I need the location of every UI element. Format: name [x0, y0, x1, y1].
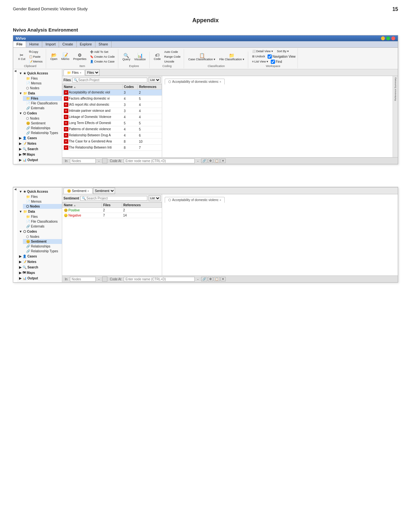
- nav-cases-2[interactable]: ▶ 👤 Cases: [17, 254, 62, 259]
- nav-nodes-codes-1[interactable]: ⬡ Nodes: [23, 116, 62, 121]
- status-btn-c-1[interactable]: 📋: [214, 159, 220, 163]
- list-item[interactable]: 😊 Positive 2 2: [63, 208, 162, 213]
- create-as-case-button[interactable]: 👤 Create As Case: [89, 59, 116, 64]
- tab-explore[interactable]: Explore: [77, 41, 95, 47]
- nav-nodes-codes-2[interactable]: ⬡ Nodes: [23, 234, 62, 239]
- nav-externals-1[interactable]: 🔗 Externals: [23, 106, 62, 111]
- navigation-view-checkbox[interactable]: [268, 54, 272, 59]
- add-to-set-button[interactable]: ➕ Add To Set: [89, 50, 116, 54]
- content-tab-close-1[interactable]: ×: [220, 80, 221, 83]
- tab-file[interactable]: File: [13, 41, 26, 47]
- nav-codes-2[interactable]: ▼ ⬡ Codes: [17, 229, 62, 234]
- nav-file-class-1[interactable]: 📄 File Classifications: [23, 101, 62, 106]
- maximize-btn-1[interactable]: [386, 36, 390, 40]
- tab-dropdown-2[interactable]: Sentiment: [93, 188, 115, 194]
- nav-nodes-quick-2[interactable]: ⬡ Nodes: [23, 204, 62, 209]
- paste-button[interactable]: 📋 Paste: [28, 54, 44, 59]
- open-button[interactable]: 📂 Open: [49, 52, 59, 62]
- status-close-2[interactable]: ✕: [220, 277, 226, 281]
- col-codes-1[interactable]: Codes: [122, 84, 138, 90]
- nav-rel-types-2[interactable]: 🔗 Relationship Types: [23, 249, 62, 254]
- nav-maps-1[interactable]: ▶ 🗺 Maps: [17, 152, 62, 157]
- nav-maps-2[interactable]: ▶ 🗺 Maps: [17, 270, 62, 276]
- status-close-1[interactable]: ✕: [220, 159, 226, 163]
- sort-by-button[interactable]: Sort By ▾: [276, 49, 290, 53]
- table-row[interactable]: WIAS report Alc ohol domestic 3 4: [63, 102, 162, 108]
- status-btn-a-2[interactable]: 🔗: [201, 277, 207, 281]
- tab-files-1[interactable]: 📁 Files ×: [64, 70, 85, 75]
- close-btn-1[interactable]: [391, 36, 395, 40]
- list-view-button[interactable]: ≡ List View ▾: [251, 59, 270, 64]
- code-at-input-2[interactable]: [124, 277, 195, 282]
- scol-files-2[interactable]: Files: [102, 203, 122, 208]
- minimize-btn-1[interactable]: [381, 36, 385, 40]
- nav-rel-types-1[interactable]: 🔗 Relationship Types: [23, 131, 62, 135]
- scol-name-2[interactable]: Name ▲: [63, 203, 102, 208]
- range-code-button[interactable]: Range Code: [163, 54, 182, 59]
- table-row[interactable]: WLinkage of Domestic Violence 4 4: [63, 114, 162, 120]
- nav-nodes-quick-1[interactable]: ⬡ Nodes: [23, 86, 62, 91]
- nav-sentiment-codes-2[interactable]: 😊 Sentiment: [23, 239, 62, 244]
- nav-output-1[interactable]: ▶ 📊 Output: [17, 157, 62, 163]
- nav-notes-2[interactable]: ▶ 📝 Notes: [17, 259, 62, 265]
- content-tab-1[interactable]: ⬡ Acceptability of domestic violenc ×: [165, 79, 225, 84]
- uncode-button[interactable]: Uncode: [163, 59, 182, 64]
- status-btn-b-2[interactable]: ⚙: [208, 277, 213, 281]
- tab-dropdown-1[interactable]: Files: [85, 69, 100, 76]
- nav-sentiment-codes-1[interactable]: 😊 Sentiment: [23, 121, 62, 126]
- tab-sentiment-2[interactable]: 😊 Sentiment ×: [64, 188, 93, 194]
- table-row[interactable]: WIntimate partner violence and 3 4: [63, 108, 162, 114]
- memo-button[interactable]: 📝 Memo: [60, 52, 71, 62]
- scol-refs-2[interactable]: References: [122, 203, 161, 208]
- nav-cases-1[interactable]: ▶ 👤 Cases: [17, 135, 62, 141]
- nav-files-quick-1[interactable]: 📁 Files: [23, 76, 62, 81]
- nav-files-quick-2[interactable]: 📁 Files: [23, 194, 62, 199]
- nav-data-2[interactable]: ▼ 📁 Data: [17, 209, 62, 214]
- nodes-input-1[interactable]: [70, 159, 96, 163]
- nav-quick-access-1[interactable]: ▼ ★ Quick Access: [17, 71, 62, 76]
- code-button[interactable]: 🏷 Code: [152, 52, 162, 62]
- table-row[interactable]: WAcceptability of domestic viol 3 2: [63, 90, 162, 96]
- nav-externals-2[interactable]: 🔗 Externals: [23, 224, 62, 229]
- nav-search-1[interactable]: ▶ 🔍 Search: [17, 146, 62, 152]
- detail-view-button[interactable]: ⬜ Detail View ▾: [251, 49, 274, 53]
- nav-search-2[interactable]: ▶ 🔍 Search: [17, 265, 62, 270]
- table-row[interactable]: WRelationship Between Drug A 4 6: [63, 132, 162, 139]
- nav-quick-access-2[interactable]: ▼ ★ Quick Access: [17, 189, 62, 194]
- sentiment-search-input-2[interactable]: [86, 197, 146, 200]
- nav-relationships-1[interactable]: 🔗 Relationships: [23, 126, 62, 131]
- content-tab-2[interactable]: ⬡ Acceptability of domestic violenc ×: [165, 197, 225, 203]
- nav-codes-1[interactable]: ▼ ⬡ Codes: [17, 111, 62, 116]
- nav-notes-1[interactable]: ▶ 📝 Notes: [17, 141, 62, 146]
- nav-file-class-2[interactable]: 📄 File Classifications: [23, 219, 62, 224]
- status-btn-c-2[interactable]: 📋: [214, 277, 220, 281]
- nav-relationships-2[interactable]: 🔗 Relationships: [23, 244, 62, 249]
- content-tab-close-2[interactable]: ×: [220, 198, 221, 202]
- cut-button[interactable]: ✂ X Cut: [16, 52, 27, 62]
- table-row[interactable]: WPatterns of domestic violence 4 5: [63, 126, 162, 132]
- table-row[interactable]: WThe Relationship Between Inti 8 7: [63, 145, 162, 151]
- list-item[interactable]: 😞 Negative 7 14: [63, 213, 162, 218]
- sentiment-view-select-2[interactable]: List: [149, 195, 161, 201]
- table-row[interactable]: WLong Term Effects of Domesti 5 5: [63, 120, 162, 126]
- nav-output-2[interactable]: ▶ 📊 Output: [17, 276, 62, 281]
- case-classification-button[interactable]: 📋 Case Classification ▾: [187, 52, 217, 62]
- create-as-code-button[interactable]: 🔖 Create As Code: [89, 54, 116, 59]
- table-row[interactable]: WThe Case for a Gendered Ana 8 10: [63, 139, 162, 145]
- find-checkbox[interactable]: [271, 60, 275, 64]
- files-search-box-1[interactable]: 🔍: [72, 78, 147, 82]
- files-view-select-1[interactable]: List: [149, 77, 161, 83]
- col-name-1[interactable]: Name ▲: [63, 84, 123, 90]
- sentiment-search-box-2[interactable]: 🔍: [80, 196, 147, 201]
- auto-code-button[interactable]: Auto Code: [163, 50, 182, 54]
- nav-data-1[interactable]: ▼ 📁 Data: [17, 91, 62, 96]
- undock-button[interactable]: ⊞ Undock: [251, 54, 267, 59]
- collapse-nav-arrow-2[interactable]: ◀: [13, 188, 17, 282]
- status-btn-a-1[interactable]: 🔗: [201, 159, 207, 163]
- code-at-input-1[interactable]: [124, 159, 195, 163]
- collapse-nav-arrow-1[interactable]: ◀: [13, 69, 17, 164]
- tab-home[interactable]: Home: [26, 41, 42, 47]
- nav-files-data-2[interactable]: 📁 Files: [23, 214, 62, 219]
- table-row[interactable]: WFactors affecting domestic vi 4 5: [63, 96, 162, 102]
- nodes-input-2[interactable]: [70, 277, 96, 282]
